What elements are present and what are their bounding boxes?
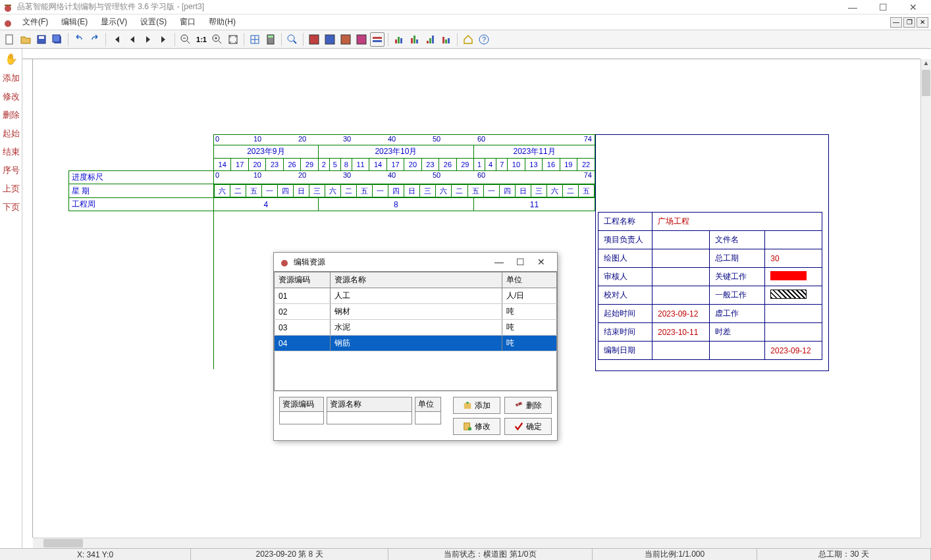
form-code-label: 资源编码: [279, 397, 324, 411]
grid-header-code[interactable]: 资源编码: [275, 272, 331, 288]
chart2-button[interactable]: [408, 32, 422, 47]
weekday-cell: 一: [483, 185, 499, 197]
dialog-minimize[interactable]: —: [489, 257, 510, 267]
ruler-horizontal: [22, 49, 920, 59]
svg-point-46: [468, 427, 471, 430]
view2-button[interactable]: [323, 32, 337, 47]
resource-row[interactable]: 01人工人/日: [275, 288, 557, 304]
dialog-ok-button[interactable]: 确定: [504, 418, 552, 435]
chart1-button[interactable]: [392, 32, 406, 47]
zoom-fit-button[interactable]: [226, 32, 240, 47]
help-button[interactable]: ?: [477, 32, 491, 47]
resource-row[interactable]: 04钢筋吨: [275, 336, 557, 351]
sidebar-modify[interactable]: 修改: [3, 91, 20, 103]
svg-line-14: [219, 41, 221, 43]
form-name-label: 资源名称: [327, 397, 412, 411]
sidebar-start[interactable]: 起始: [3, 128, 20, 140]
mdi-minimize[interactable]: —: [890, 17, 902, 28]
menu-file[interactable]: 文件(F): [16, 15, 55, 29]
menu-edit[interactable]: 编辑(E): [55, 15, 94, 29]
calc-button[interactable]: [263, 32, 278, 47]
dialog-app-icon: [279, 257, 290, 267]
preview-button[interactable]: [285, 32, 300, 47]
scrollbar-horizontal[interactable]: [33, 538, 920, 548]
resource-row[interactable]: 03水泥吨: [275, 320, 557, 336]
menu-help[interactable]: 帮助(H): [202, 15, 242, 29]
next-button[interactable]: [141, 32, 155, 47]
svg-point-21: [288, 35, 294, 41]
redo-button[interactable]: [88, 32, 102, 47]
dialog-add-button[interactable]: 添加: [453, 397, 500, 414]
weekday-cell: 四: [278, 185, 294, 197]
svg-rect-28: [373, 40, 382, 42]
sidebar-end[interactable]: 结束: [3, 146, 20, 158]
minimize-button[interactable]: —: [838, 0, 868, 14]
save-all-button[interactable]: [50, 32, 65, 47]
view3-button[interactable]: [338, 32, 353, 47]
maximize-button[interactable]: ☐: [868, 0, 898, 14]
sidebar-prev[interactable]: 上页: [3, 183, 20, 195]
sidebar-next[interactable]: 下页: [3, 201, 20, 213]
undo-button[interactable]: [72, 32, 86, 47]
day-cell: 14: [214, 159, 231, 171]
normal-work-swatch: [770, 290, 807, 299]
sidebar-seq[interactable]: 序号: [3, 165, 20, 176]
dialog-maximize[interactable]: ☐: [510, 257, 531, 267]
dialog-titlebar[interactable]: 编辑资源 — ☐ ✕: [274, 253, 557, 271]
weekday-cell: 日: [404, 185, 420, 197]
svg-rect-34: [416, 39, 418, 43]
close-button[interactable]: ✕: [898, 0, 928, 14]
first-button[interactable]: [109, 32, 124, 47]
form-unit-input[interactable]: [415, 411, 441, 424]
sidebar-delete[interactable]: 删除: [3, 109, 20, 121]
sidebar-add[interactable]: 添加: [3, 72, 20, 84]
prev-button[interactable]: [125, 32, 140, 47]
chart4-button[interactable]: [439, 32, 454, 47]
scrollbar-vertical[interactable]: ▲: [920, 59, 931, 538]
zoom-in-button[interactable]: [210, 32, 225, 47]
grid-button[interactable]: [248, 32, 262, 47]
view4-button[interactable]: [354, 32, 369, 47]
open-button[interactable]: [18, 32, 33, 47]
grid-header-name[interactable]: 资源名称: [330, 272, 502, 288]
info-panel: 工程名称广场工程 项目负责人文件名 绘图人总工期30 审核人关键工作 校对人一般…: [598, 212, 822, 360]
dialog-modify-button[interactable]: 修改: [453, 418, 500, 435]
svg-text:?: ?: [482, 36, 486, 43]
view1-button[interactable]: [307, 32, 321, 47]
menu-view[interactable]: 显示(V): [94, 15, 134, 29]
mdi-close[interactable]: ✕: [917, 17, 928, 28]
edit-resource-dialog: 编辑资源 — ☐ ✕ 资源编码 资源名称 单位 01人工人/日02钢材吨03水泥…: [273, 252, 558, 441]
chart3-button[interactable]: [423, 32, 438, 47]
resource-row[interactable]: 02钢材吨: [275, 304, 557, 320]
window-controls: — ☐ ✕: [838, 0, 928, 14]
resource-form: 资源编码 资源名称 单位 添加 删除 修改 确定: [274, 391, 557, 440]
day-cell: 1: [474, 159, 485, 171]
svg-rect-23: [309, 35, 319, 44]
grid-header-unit[interactable]: 单位: [502, 272, 557, 288]
weekday-cell: 二: [452, 185, 467, 197]
last-button[interactable]: [157, 32, 171, 47]
zoom-11-button[interactable]: 1:1: [194, 32, 209, 47]
svg-rect-7: [53, 35, 60, 42]
day-cell: 5: [329, 159, 340, 171]
view5-button[interactable]: [370, 32, 385, 47]
day-cell: 29: [301, 159, 318, 171]
menu-window[interactable]: 窗口: [173, 15, 202, 29]
mdi-restore[interactable]: ❐: [903, 17, 915, 28]
svg-rect-1: [5, 5, 11, 6]
day-cell: 20: [404, 159, 421, 171]
new-button[interactable]: [3, 32, 17, 47]
status-total: 总工期：30 天: [757, 549, 931, 560]
form-code-input[interactable]: [279, 411, 324, 424]
home-button[interactable]: [461, 32, 475, 47]
status-date: 2023-09-20 第 8 天: [191, 549, 388, 560]
resource-grid[interactable]: 资源编码 资源名称 单位 01人工人/日02钢材吨03水泥吨04钢筋吨: [274, 271, 557, 391]
menu-settings[interactable]: 设置(S): [134, 15, 173, 29]
dialog-close[interactable]: ✕: [531, 257, 552, 267]
zoom-out-button[interactable]: [178, 32, 193, 47]
form-name-input[interactable]: [327, 411, 412, 424]
hand-icon[interactable]: ✋: [5, 53, 18, 66]
dialog-delete-button[interactable]: 删除: [504, 397, 552, 414]
ruler-vertical: [22, 59, 33, 538]
save-button[interactable]: [34, 32, 49, 47]
